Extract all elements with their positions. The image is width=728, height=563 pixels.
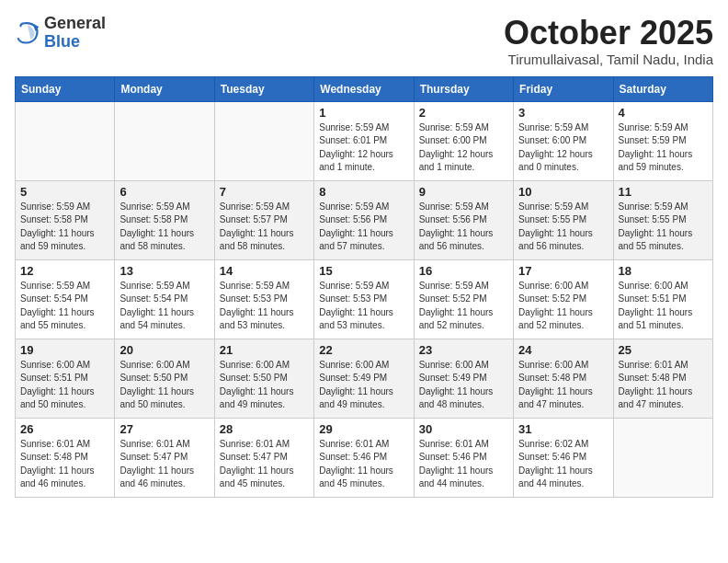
day-detail: Sunrise: 5:59 AMSunset: 6:00 PMDaylight:… [419, 121, 508, 175]
calendar-cell: 13Sunrise: 5:59 AMSunset: 5:54 PMDayligh… [115, 259, 214, 339]
calendar-cell [613, 418, 712, 497]
day-number: 10 [518, 185, 608, 199]
calendar-cell: 2Sunrise: 5:59 AMSunset: 6:00 PMDaylight… [414, 101, 513, 180]
page-header: General Blue October 2025 Tirumullaivasa… [15, 15, 713, 67]
weekday-header-friday: Friday [514, 76, 613, 101]
day-detail: Sunrise: 5:59 AMSunset: 5:59 PMDaylight:… [619, 121, 708, 175]
calendar-cell: 7Sunrise: 5:59 AMSunset: 5:57 PMDaylight… [214, 180, 313, 259]
title-block: October 2025 Tirumullaivasal, Tamil Nadu… [504, 15, 713, 67]
calendar-cell: 26Sunrise: 6:01 AMSunset: 5:48 PMDayligh… [16, 418, 115, 497]
day-number: 15 [319, 264, 408, 278]
day-detail: Sunrise: 5:59 AMSunset: 5:58 PMDaylight:… [20, 201, 109, 254]
day-detail: Sunrise: 6:00 AMSunset: 5:51 PMDaylight:… [619, 280, 708, 333]
calendar-cell: 11Sunrise: 5:59 AMSunset: 5:55 PMDayligh… [613, 180, 712, 259]
calendar-cell: 31Sunrise: 6:02 AMSunset: 5:46 PMDayligh… [514, 418, 613, 497]
day-number: 21 [220, 343, 309, 357]
day-number: 7 [220, 185, 309, 199]
weekday-header-row: SundayMondayTuesdayWednesdayThursdayFrid… [16, 76, 713, 101]
location-subtitle: Tirumullaivasal, Tamil Nadu, India [504, 52, 713, 67]
day-detail: Sunrise: 5:59 AMSunset: 5:58 PMDaylight:… [119, 201, 209, 254]
calendar-cell: 16Sunrise: 5:59 AMSunset: 5:52 PMDayligh… [414, 259, 513, 339]
day-number: 14 [220, 264, 309, 278]
day-number: 2 [419, 106, 508, 120]
month-title: October 2025 [504, 15, 713, 52]
day-detail: Sunrise: 5:59 AMSunset: 5:55 PMDaylight:… [518, 201, 608, 254]
day-number: 25 [619, 343, 708, 357]
calendar-cell: 21Sunrise: 6:00 AMSunset: 5:50 PMDayligh… [214, 339, 313, 418]
day-number: 9 [419, 185, 508, 199]
day-number: 29 [319, 422, 408, 436]
day-detail: Sunrise: 5:59 AMSunset: 6:01 PMDaylight:… [319, 121, 408, 175]
logo-general-text: General [44, 15, 106, 33]
weekday-header-saturday: Saturday [613, 76, 712, 101]
calendar-cell: 27Sunrise: 6:01 AMSunset: 5:47 PMDayligh… [115, 418, 214, 497]
day-detail: Sunrise: 5:59 AMSunset: 5:54 PMDaylight:… [20, 280, 109, 333]
calendar-cell: 23Sunrise: 6:00 AMSunset: 5:49 PMDayligh… [414, 339, 513, 418]
calendar-cell: 30Sunrise: 6:01 AMSunset: 5:46 PMDayligh… [414, 418, 513, 497]
day-number: 24 [518, 343, 608, 357]
calendar-week-row: 26Sunrise: 6:01 AMSunset: 5:48 PMDayligh… [16, 418, 713, 497]
logo-blue-text: Blue [44, 33, 106, 52]
day-number: 30 [419, 422, 508, 436]
day-detail: Sunrise: 6:00 AMSunset: 5:50 PMDaylight:… [220, 359, 309, 412]
calendar-cell [115, 101, 214, 180]
day-detail: Sunrise: 6:01 AMSunset: 5:46 PMDaylight:… [319, 438, 408, 491]
day-number: 18 [619, 264, 708, 278]
day-number: 20 [119, 343, 209, 357]
day-detail: Sunrise: 5:59 AMSunset: 5:55 PMDaylight:… [619, 201, 708, 254]
calendar-table: SundayMondayTuesdayWednesdayThursdayFrid… [15, 76, 713, 498]
calendar-cell: 25Sunrise: 6:01 AMSunset: 5:48 PMDayligh… [613, 339, 712, 418]
day-number: 4 [619, 106, 708, 120]
day-number: 12 [20, 264, 109, 278]
day-detail: Sunrise: 5:59 AMSunset: 5:57 PMDaylight:… [220, 201, 309, 254]
calendar-cell: 20Sunrise: 6:00 AMSunset: 5:50 PMDayligh… [115, 339, 214, 418]
calendar-cell: 28Sunrise: 6:01 AMSunset: 5:47 PMDayligh… [214, 418, 313, 497]
logo: General Blue [15, 15, 106, 52]
day-number: 16 [419, 264, 508, 278]
day-number: 23 [419, 343, 508, 357]
day-number: 8 [319, 185, 408, 199]
calendar-cell: 15Sunrise: 5:59 AMSunset: 5:53 PMDayligh… [314, 259, 414, 339]
day-detail: Sunrise: 6:00 AMSunset: 5:48 PMDaylight:… [518, 359, 608, 412]
calendar-cell: 12Sunrise: 5:59 AMSunset: 5:54 PMDayligh… [16, 259, 115, 339]
calendar-cell: 1Sunrise: 5:59 AMSunset: 6:01 PMDaylight… [314, 101, 414, 180]
calendar-week-row: 5Sunrise: 5:59 AMSunset: 5:58 PMDaylight… [16, 180, 713, 259]
calendar-cell: 10Sunrise: 5:59 AMSunset: 5:55 PMDayligh… [514, 180, 613, 259]
day-number: 31 [518, 422, 608, 436]
calendar-cell: 6Sunrise: 5:59 AMSunset: 5:58 PMDaylight… [115, 180, 214, 259]
day-number: 3 [518, 106, 608, 120]
calendar-cell: 14Sunrise: 5:59 AMSunset: 5:53 PMDayligh… [214, 259, 313, 339]
calendar-cell: 5Sunrise: 5:59 AMSunset: 5:58 PMDaylight… [16, 180, 115, 259]
calendar-cell: 8Sunrise: 5:59 AMSunset: 5:56 PMDaylight… [314, 180, 414, 259]
calendar-cell: 4Sunrise: 5:59 AMSunset: 5:59 PMDaylight… [613, 101, 712, 180]
calendar-cell: 29Sunrise: 6:01 AMSunset: 5:46 PMDayligh… [314, 418, 414, 497]
day-detail: Sunrise: 5:59 AMSunset: 5:52 PMDaylight:… [419, 280, 508, 333]
day-number: 11 [619, 185, 708, 199]
day-detail: Sunrise: 6:00 AMSunset: 5:51 PMDaylight:… [20, 359, 109, 412]
day-detail: Sunrise: 6:01 AMSunset: 5:47 PMDaylight:… [119, 438, 209, 491]
day-detail: Sunrise: 6:00 AMSunset: 5:49 PMDaylight:… [419, 359, 508, 412]
day-detail: Sunrise: 6:02 AMSunset: 5:46 PMDaylight:… [518, 438, 608, 491]
day-detail: Sunrise: 6:00 AMSunset: 5:49 PMDaylight:… [319, 359, 408, 412]
calendar-week-row: 1Sunrise: 5:59 AMSunset: 6:01 PMDaylight… [16, 101, 713, 180]
calendar-cell: 18Sunrise: 6:00 AMSunset: 5:51 PMDayligh… [613, 259, 712, 339]
calendar-cell: 9Sunrise: 5:59 AMSunset: 5:56 PMDaylight… [414, 180, 513, 259]
calendar-week-row: 12Sunrise: 5:59 AMSunset: 5:54 PMDayligh… [16, 259, 713, 339]
day-detail: Sunrise: 5:59 AMSunset: 5:53 PMDaylight:… [319, 280, 408, 333]
day-detail: Sunrise: 5:59 AMSunset: 5:53 PMDaylight:… [220, 280, 309, 333]
day-detail: Sunrise: 6:01 AMSunset: 5:47 PMDaylight:… [220, 438, 309, 491]
day-detail: Sunrise: 6:01 AMSunset: 5:48 PMDaylight:… [619, 359, 708, 412]
day-detail: Sunrise: 5:59 AMSunset: 5:54 PMDaylight:… [119, 280, 209, 333]
day-number: 6 [119, 185, 209, 199]
weekday-header-wednesday: Wednesday [314, 76, 414, 101]
calendar-cell: 17Sunrise: 6:00 AMSunset: 5:52 PMDayligh… [514, 259, 613, 339]
day-number: 17 [518, 264, 608, 278]
day-number: 13 [119, 264, 209, 278]
day-detail: Sunrise: 6:00 AMSunset: 5:52 PMDaylight:… [518, 280, 608, 333]
logo-icon [15, 20, 40, 46]
day-number: 27 [119, 422, 209, 436]
day-detail: Sunrise: 5:59 AMSunset: 5:56 PMDaylight:… [319, 201, 408, 254]
calendar-cell: 24Sunrise: 6:00 AMSunset: 5:48 PMDayligh… [514, 339, 613, 418]
day-number: 28 [220, 422, 309, 436]
day-number: 5 [20, 185, 109, 199]
